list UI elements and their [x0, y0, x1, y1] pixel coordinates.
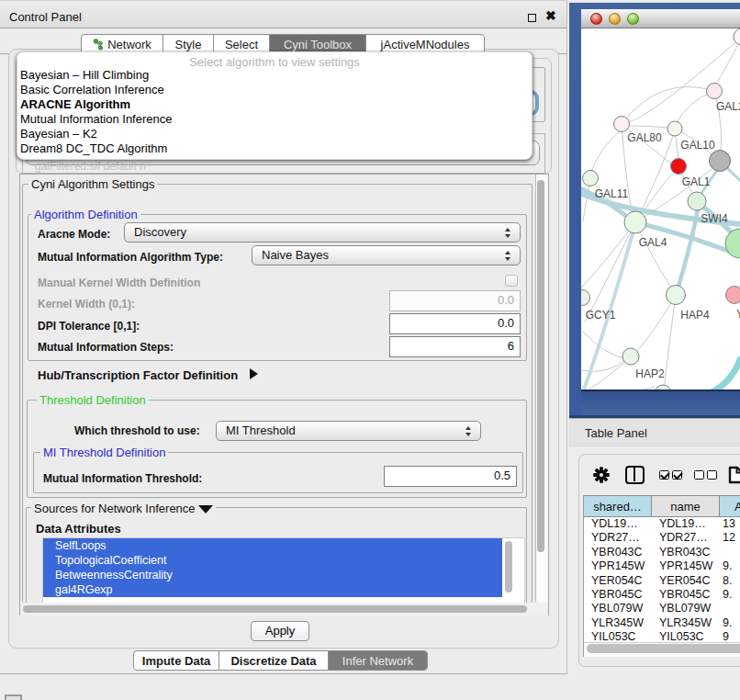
svg-text:HAP2: HAP2 [635, 367, 665, 380]
svg-text:HAP4: HAP4 [680, 309, 710, 322]
svg-text:GAL80: GAL80 [627, 131, 662, 144]
svg-text:GCY1: GCY1 [586, 309, 616, 322]
svg-text:GAL10: GAL10 [680, 139, 715, 152]
svg-text:GAL1: GAL1 [682, 175, 711, 188]
svg-text:GAL4: GAL4 [639, 236, 667, 249]
svg-text:Y: Y [736, 308, 740, 321]
svg-text:GAL11: GAL11 [595, 187, 629, 200]
svg-text:GAL2: GAL2 [716, 100, 740, 113]
svg-text:SWI4: SWI4 [701, 212, 728, 225]
